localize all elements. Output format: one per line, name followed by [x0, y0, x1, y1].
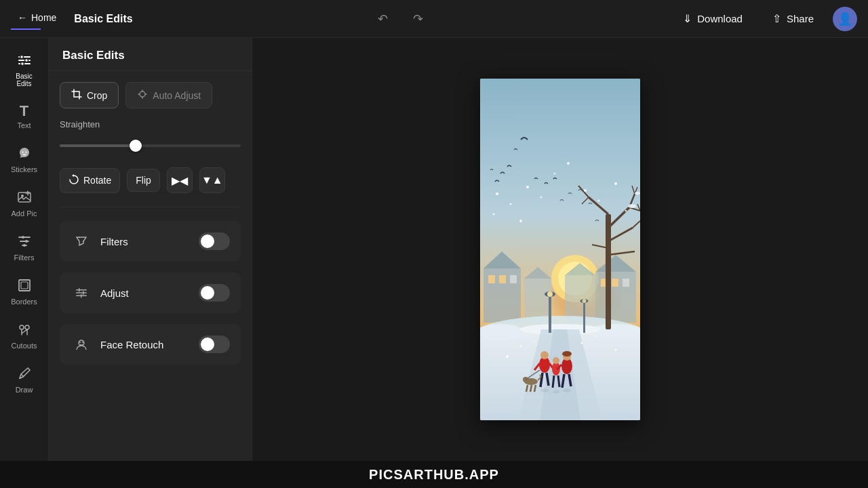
adjust-toggle-row[interactable]: Adjust — [60, 272, 241, 313]
sidebar-label-text: Text — [17, 121, 31, 129]
filters-toggle-knob — [201, 235, 214, 248]
svg-rect-33 — [488, 275, 495, 283]
sidebar-label-borders: Borders — [11, 298, 37, 306]
rotate-label: Rotate — [83, 175, 111, 186]
rotate-icon — [68, 174, 79, 187]
header: ← Home Basic Edits ↶ ↷ ⇓ Download ⇧ Shar… — [0, 0, 868, 38]
svg-rect-40 — [623, 279, 629, 287]
chevron-left-icon: ← — [18, 12, 27, 23]
face-retouch-toggle-knob — [201, 338, 214, 351]
download-button[interactable]: ⇓ Download — [672, 7, 753, 30]
redo-button[interactable]: ↷ — [406, 7, 430, 31]
svg-point-116 — [615, 349, 617, 351]
face-retouch-toggle-row[interactable]: Face Retouch — [60, 324, 241, 365]
flip-button[interactable]: Flip — [127, 169, 160, 192]
sidebar-label-cutouts: Cutouts — [12, 342, 37, 350]
svg-point-114 — [595, 336, 596, 337]
auto-adjust-button[interactable]: Auto Adjust — [125, 82, 212, 108]
svg-point-66 — [628, 204, 636, 208]
image-canvas — [480, 79, 640, 420]
svg-point-79 — [598, 200, 600, 202]
filters-toggle-row[interactable]: Filters — [60, 221, 241, 262]
undo-button[interactable]: ↶ — [370, 7, 395, 31]
draw-icon — [17, 366, 32, 383]
borders-icon — [17, 278, 32, 295]
svg-point-9 — [25, 240, 28, 243]
download-icon: ⇓ — [683, 12, 692, 25]
filters-toggle-left: Filters — [71, 230, 128, 252]
svg-rect-23 — [81, 294, 82, 298]
svg-rect-12 — [21, 282, 28, 289]
sidebar-item-stickers[interactable]: Stickers — [3, 139, 46, 180]
sidebar-label-filters: Filters — [14, 253, 35, 262]
svg-point-15 — [140, 92, 145, 97]
sidebar-item-text[interactable]: T Text — [3, 97, 46, 136]
edit-panel: Basic Edits Crop — [49, 38, 252, 461]
mirror-v-button[interactable]: ▼▲ — [199, 167, 225, 193]
mirror-v-icon: ▼▲ — [201, 174, 223, 186]
straighten-label: Straighten — [60, 119, 241, 129]
adjust-toggle-knob — [201, 286, 214, 300]
svg-rect-22 — [83, 291, 84, 296]
home-label: Home — [31, 12, 56, 23]
sidebar-item-basic-edits[interactable]: Basic Edits — [3, 46, 46, 94]
filters-toggle[interactable] — [199, 232, 230, 250]
watermark-bar: PICSARTHUB.APP — [0, 461, 868, 488]
home-underline — [11, 28, 41, 30]
svg-line-94 — [553, 375, 554, 388]
svg-rect-39 — [612, 279, 618, 287]
slider-thumb[interactable] — [130, 140, 142, 152]
rotate-button[interactable]: Rotate — [60, 168, 120, 193]
svg-point-17 — [83, 241, 84, 242]
adjust-toggle[interactable] — [199, 284, 230, 302]
sidebar-item-draw[interactable]: Draw — [3, 359, 46, 401]
watermark-text: PICSARTHUB.APP — [369, 467, 499, 483]
svg-point-4 — [24, 59, 28, 62]
panel-header: Basic Edits — [49, 38, 252, 71]
svg-rect-68 — [549, 296, 551, 333]
crop-button[interactable]: Crop — [60, 82, 119, 108]
straighten-slider[interactable] — [60, 135, 241, 157]
auto-adjust-icon — [137, 89, 148, 102]
panel-body: Crop Auto Adjust Straighten — [49, 71, 252, 375]
svg-point-70 — [547, 291, 553, 297]
sidebar-label-draw: Draw — [16, 386, 33, 394]
svg-rect-71 — [583, 302, 585, 333]
sidebar-item-cutouts[interactable]: Cutouts — [3, 315, 46, 357]
face-retouch-label: Face Retouch — [100, 339, 163, 350]
svg-point-111 — [520, 346, 522, 348]
face-retouch-toggle[interactable] — [199, 336, 230, 353]
svg-point-3 — [20, 56, 23, 59]
svg-point-113 — [581, 342, 583, 344]
sidebar: Basic Edits T Text Stickers — [0, 38, 49, 461]
svg-point-108 — [540, 388, 549, 392]
svg-rect-43 — [565, 275, 595, 323]
sidebar-item-add-pic[interactable]: Add Pic — [3, 183, 46, 224]
canvas-area — [252, 38, 868, 461]
svg-point-13 — [20, 325, 24, 329]
panel-title-text: Basic Edits — [62, 49, 125, 62]
svg-point-26 — [82, 342, 83, 343]
transform-row: Rotate Flip ▶◀ ▼▲ — [60, 167, 241, 193]
slider-track — [60, 144, 241, 147]
svg-point-74 — [496, 192, 498, 195]
svg-point-98 — [562, 351, 572, 357]
svg-rect-52 — [606, 214, 611, 329]
crop-icon — [71, 89, 82, 102]
adjust-label: Adjust — [100, 287, 129, 299]
sidebar-item-borders[interactable]: Borders — [3, 271, 46, 312]
user-avatar[interactable]: 👤 — [833, 7, 857, 31]
undo-icon: ↶ — [378, 12, 388, 26]
adjust-toggle-left: Adjust — [71, 282, 129, 304]
svg-point-10 — [23, 244, 26, 247]
slider-fill — [60, 144, 136, 147]
panel-title: Basic Edits — [74, 13, 132, 25]
svg-point-110 — [563, 388, 571, 392]
mirror-h-button[interactable]: ▶◀ — [167, 167, 193, 193]
stickers-icon — [17, 146, 32, 163]
face-retouch-toggle-left: Face Retouch — [71, 333, 163, 355]
share-icon: ⇧ — [772, 12, 781, 25]
share-button[interactable]: ⇧ Share — [762, 7, 825, 30]
sidebar-item-filters[interactable]: Filters — [3, 227, 46, 268]
home-button[interactable]: ← Home — [11, 8, 63, 30]
